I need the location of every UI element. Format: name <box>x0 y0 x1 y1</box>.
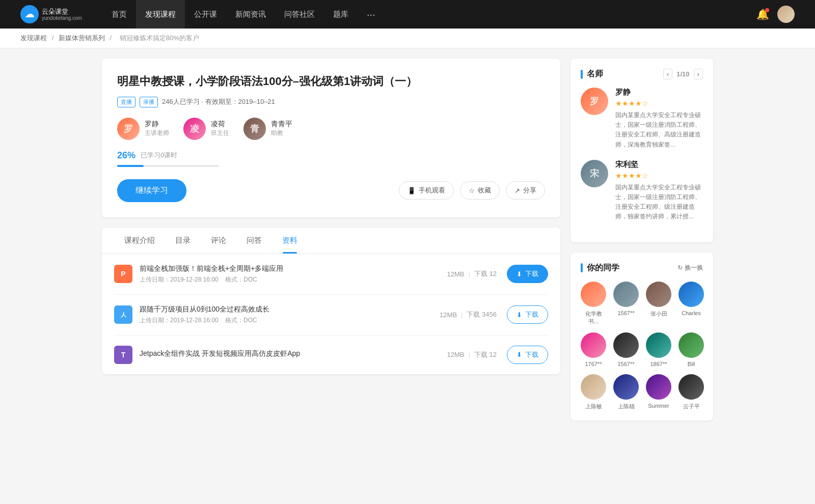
breadcrumb-discover[interactable]: 发现课程 <box>20 34 47 42</box>
classmate-10: Summer <box>646 374 671 410</box>
user-avatar-img <box>777 6 795 23</box>
teacher-name-1: 宋利坚 <box>615 160 703 170</box>
classmates-grid: 化学教书... 1567** 张小田 Charles 1767** <box>581 282 703 410</box>
instructor-face-2: 青 <box>243 118 266 140</box>
classmate-11: 云子平 <box>678 374 704 410</box>
tabs-section: 课程介绍 目录 评论 问答 资料 P 前端全栈加强版！前端全栈+全周期+多端应用… <box>102 228 560 374</box>
nav-qa[interactable]: 问答社区 <box>275 0 324 29</box>
title-bar-accent <box>581 70 583 79</box>
instructor-1: 凌 凌荷 班主任 <box>183 118 229 140</box>
res-format-0: 格式：DOC <box>225 276 257 283</box>
teacher-stars-0: ★★★★☆ <box>615 99 703 107</box>
resource-item-1: 人 跟随千万级项目从0到100全过程高效成长 上传日期：2019-12-28 1… <box>114 295 548 335</box>
logo[interactable]: ☁ 云朵课堂 yundoketang.com <box>20 5 82 23</box>
instructor-avatar-2: 青 <box>243 118 266 140</box>
teacher-desc-0: 国内某重点大学安全工程专业硕士，国家一级注册消防工程师、注册安全工程师、高级注册… <box>615 110 703 150</box>
res-downloads-2: 下载 12 <box>474 350 497 359</box>
tab-comment[interactable]: 评论 <box>201 228 236 254</box>
course-title: 明星中教授课，小学阶段语法100分–强化级第1讲动词（一） <box>117 74 545 90</box>
nav-right: 🔔 <box>756 6 795 23</box>
instructor-2: 青 青青平 助教 <box>243 118 292 140</box>
teacher-page: 1/10 <box>676 70 689 78</box>
res-name-1: 跟随千万级项目从0到100全过程高效成长 <box>140 305 440 314</box>
classmate-1: 1567** <box>613 282 639 325</box>
teacher-name-0: 罗静 <box>615 88 703 97</box>
nav-open[interactable]: 公开课 <box>185 0 226 29</box>
classmate-name-3: Charles <box>682 310 701 316</box>
tab-intro[interactable]: 课程介绍 <box>114 228 165 254</box>
refresh-button[interactable]: ↻ 换一换 <box>677 264 703 272</box>
instructor-info-0: 罗静 主讲老师 <box>145 120 169 137</box>
tab-resource[interactable]: 资料 <box>272 228 308 254</box>
classmate-avatar-9 <box>613 374 639 400</box>
instructor-info-1: 凌荷 班主任 <box>211 120 229 137</box>
progress-bar-fill <box>117 165 144 167</box>
classmate-name-4: 1767** <box>585 361 602 367</box>
res-name-2: Jetpack全组件实战 开发短视频应用高仿皮皮虾App <box>140 349 447 358</box>
classmate-avatar-1 <box>613 282 639 307</box>
teacher-stars-1: ★★★★☆ <box>615 172 703 180</box>
download-btn-0[interactable]: ⬇ 下载 <box>507 265 548 283</box>
notification-dot <box>765 8 769 12</box>
resource-list: P 前端全栈加强版！前端全栈+全周期+多端应用 上传日期：2019-12-28 … <box>102 254 560 374</box>
resource-item-2: T Jetpack全组件实战 开发短视频应用高仿皮皮虾App 12MB | 下载… <box>114 335 548 374</box>
collect-button[interactable]: ☆ 收藏 <box>460 181 500 200</box>
res-stats-2: 12MB | 下载 12 <box>447 350 497 359</box>
instructor-name-0: 罗静 <box>145 120 169 129</box>
nav-news[interactable]: 新闻资讯 <box>226 0 275 29</box>
classmates-title: 你的同学 <box>587 263 619 273</box>
teacher-face-1: 宋 <box>581 160 608 187</box>
classmate-avatar-7 <box>678 332 704 358</box>
classmate-0: 化学教书... <box>581 282 606 325</box>
res-size-2: 12MB <box>447 351 465 358</box>
classmate-avatar-6 <box>646 332 671 358</box>
progress-pct: 26% <box>117 150 135 161</box>
classmate-name-6: 1867** <box>650 361 667 367</box>
instructor-face-0: 罗 <box>117 118 140 140</box>
logo-sub: yundoketang.com <box>42 15 82 21</box>
nav-bank[interactable]: 题库 <box>324 0 358 29</box>
instructor-0: 罗 罗静 主讲老师 <box>117 118 169 140</box>
res-stats-0: 12MB | 下载 12 <box>447 269 497 278</box>
classmate-avatar-5 <box>613 332 639 358</box>
instructor-avatar-0: 罗 <box>117 118 140 140</box>
res-name-0: 前端全栈加强版！前端全栈+全周期+多端应用 <box>140 264 447 273</box>
tab-qa[interactable]: 问答 <box>236 228 272 254</box>
refresh-label: 换一换 <box>685 264 703 272</box>
star-icon: ☆ <box>469 187 475 194</box>
teacher-info-0: 罗静 ★★★★☆ 国内某重点大学安全工程专业硕士，国家一级注册消防工程师、注册安… <box>615 88 703 150</box>
teacher-next-btn[interactable]: › <box>694 69 703 79</box>
user-avatar-nav[interactable] <box>777 6 795 23</box>
res-date-0: 上传日期：2019-12-28 16:00 <box>140 276 219 283</box>
tab-catalog[interactable]: 目录 <box>165 228 201 254</box>
res-info-1: 跟随千万级项目从0到100全过程高效成长 上传日期：2019-12-28 16:… <box>140 305 440 325</box>
classmate-avatar-11 <box>678 374 704 400</box>
navbar: ☁ 云朵课堂 yundoketang.com 首页 发现课程 公开课 新闻资讯 … <box>0 0 815 29</box>
download-btn-1[interactable]: ⬇ 下载 <box>507 305 548 324</box>
res-format-1: 格式：DOC <box>225 317 257 324</box>
course-tags: 直播 录播 246人已学习 · 有效期至：2019–10–21 <box>117 97 545 107</box>
nav-discover[interactable]: 发现课程 <box>136 0 185 29</box>
breadcrumb-series[interactable]: 新媒体营销系列 <box>59 34 105 42</box>
teacher-prev-btn[interactable]: ‹ <box>663 69 672 79</box>
download-btn-2[interactable]: ⬇ 下载 <box>507 346 548 364</box>
download-icon-2: ⬇ <box>517 351 522 358</box>
classmate-avatar-2 <box>646 282 671 307</box>
continue-button[interactable]: 继续学习 <box>117 179 186 202</box>
nav-home[interactable]: 首页 <box>102 0 136 29</box>
instructor-info-2: 青青平 助教 <box>271 120 292 137</box>
res-icon-2: T <box>114 346 132 364</box>
mobile-watch-button[interactable]: 📱 手机观看 <box>399 181 454 200</box>
teacher-avatar-1: 宋 <box>581 160 608 187</box>
classmate-7: Bill <box>678 332 704 367</box>
classmate-6: 1867** <box>646 332 671 367</box>
res-icon-1: 人 <box>114 305 132 324</box>
download-icon-1: ⬇ <box>517 311 522 319</box>
instructor-name-2: 青青平 <box>271 120 292 129</box>
bell-icon[interactable]: 🔔 <box>756 8 769 20</box>
classmate-name-0: 化学教书... <box>581 310 606 325</box>
share-button[interactable]: ↗ 分享 <box>506 181 545 200</box>
nav-more[interactable]: ··· <box>358 0 385 29</box>
res-divider-0: | <box>469 270 470 278</box>
classmate-8: 上陈敏 <box>581 374 606 410</box>
